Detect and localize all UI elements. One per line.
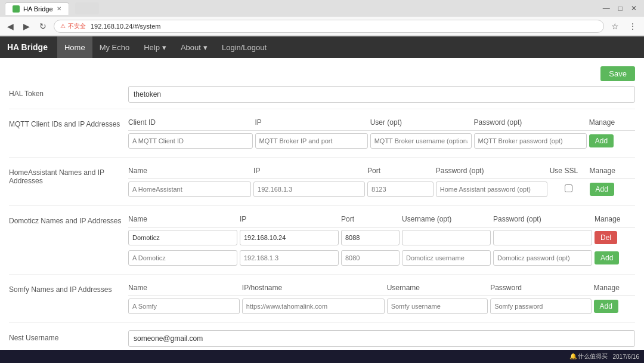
nav-home[interactable]: Home: [57, 36, 92, 58]
hal-token-content: [128, 86, 635, 103]
mqtt-col-user: User (opt): [370, 116, 474, 131]
dom-pass-value[interactable]: [493, 230, 592, 245]
mqtt-add-button[interactable]: Add: [589, 134, 614, 147]
nav-myecho[interactable]: My Echo: [92, 36, 137, 58]
bookmark-button[interactable]: ☆: [609, 20, 621, 32]
mqtt-label: MQTT Client IDs and IP Addresses: [9, 116, 128, 151]
dom-user-input[interactable]: [402, 250, 491, 266]
hal-token-label: HAL Token: [9, 86, 128, 103]
mqtt-pass-input[interactable]: [474, 133, 587, 149]
save-button[interactable]: Save: [600, 66, 635, 81]
browser-chrome: HA Bridge ✕ — □ ✕ ◀ ▶ ↻ ⚠ 不安全 192.168.10…: [0, 0, 644, 36]
dom-port-input[interactable]: [341, 250, 400, 266]
ha-port-input[interactable]: [367, 182, 434, 197]
somfy-add-button[interactable]: Add: [594, 300, 618, 313]
browser-titlebar: HA Bridge ✕ — □ ✕: [0, 0, 644, 17]
homeassistant-content: Name IP Port Password (opt) Use SSL Mana…: [128, 165, 635, 199]
tab-title: HA Bridge: [23, 5, 53, 13]
security-label: 不安全: [68, 22, 86, 30]
mqtt-col-pass: Password (opt): [474, 116, 589, 131]
ha-add-row: Add: [128, 179, 635, 200]
address-bar[interactable]: ⚠ 不安全 192.168.10.24/#/system: [54, 20, 604, 33]
domoticz-existing-row: Del: [128, 227, 635, 248]
ha-ip-input[interactable]: [253, 182, 365, 197]
nest-username-input[interactable]: [128, 330, 635, 347]
back-button[interactable]: ◀: [5, 20, 16, 32]
ha-name-input[interactable]: [128, 182, 251, 197]
nav-login[interactable]: Login/Logout: [215, 36, 274, 58]
mqtt-ip-input[interactable]: [255, 133, 368, 149]
tab-close-icon[interactable]: ✕: [57, 5, 61, 12]
domoticz-section: Domoticz Names and IP Addresses Name IP …: [9, 213, 635, 275]
dom-name-value[interactable]: [128, 230, 237, 245]
hal-token-section: HAL Token: [9, 86, 635, 109]
dom-port-value[interactable]: [341, 230, 400, 245]
ha-pass-input[interactable]: [436, 182, 547, 197]
mqtt-user-input[interactable]: [370, 133, 472, 149]
ha-col-pass: Password (opt): [436, 165, 550, 179]
somfy-add-row: Add: [128, 296, 635, 317]
refresh-button[interactable]: ↻: [37, 20, 49, 32]
dom-col-user: Username (opt): [402, 213, 493, 227]
taskbar: 🔔 什么值得买 2017/6/16: [0, 350, 644, 350]
domoticz-add-button[interactable]: Add: [595, 251, 619, 264]
domoticz-content: Name IP Port Username (opt) Password (op…: [128, 213, 635, 268]
ha-ssl-checkbox[interactable]: [565, 184, 572, 192]
dom-col-name: Name: [128, 213, 240, 227]
help-dropdown-icon: ▾: [162, 43, 166, 52]
somfy-col-name: Name: [128, 282, 242, 296]
dom-user-value[interactable]: [402, 230, 491, 245]
new-tab-area: [75, 2, 99, 14]
mqtt-clientid-input[interactable]: [128, 133, 253, 149]
ha-add-button[interactable]: Add: [590, 183, 614, 196]
mqtt-content: Client ID IP User (opt) Password (opt) M…: [128, 116, 635, 151]
dom-col-manage: Manage: [595, 213, 635, 227]
main-content: Save HAL Token MQTT Client IDs and IP Ad…: [0, 58, 644, 350]
navbar: HA Bridge Home My Echo Help ▾ About ▾ Lo…: [0, 36, 644, 58]
nav-about[interactable]: About ▾: [174, 36, 215, 58]
forward-button[interactable]: ▶: [21, 20, 32, 32]
minimize-button[interactable]: —: [600, 4, 612, 13]
somfy-ip-input[interactable]: [242, 299, 385, 314]
somfy-col-ip: IP/hostname: [242, 282, 387, 296]
settings-button[interactable]: ⋮: [626, 20, 639, 32]
mqtt-col-ip: IP: [255, 116, 370, 131]
dom-col-port: Port: [341, 213, 402, 227]
somfy-section: Somfy Names and IP Addresses Name IP/hos…: [9, 282, 635, 323]
ha-col-name: Name: [128, 165, 253, 179]
browser-tab[interactable]: HA Bridge ✕: [5, 2, 69, 15]
dom-ip-input[interactable]: [240, 250, 339, 266]
somfy-pass-input[interactable]: [490, 299, 591, 314]
domoticz-del-button[interactable]: Del: [595, 231, 617, 244]
mqtt-col-manage: Manage: [589, 116, 635, 131]
domoticz-add-row: Add: [128, 248, 635, 268]
somfy-table: Name IP/hostname Username Password Manag…: [128, 282, 635, 316]
ha-col-ssl: Use SSL: [550, 165, 590, 179]
dom-col-ip: IP: [240, 213, 341, 227]
nest-username-content: [128, 330, 635, 347]
nav-help[interactable]: Help ▾: [137, 36, 174, 58]
address-text: 192.168.10.24/#/system: [91, 23, 160, 30]
homeassistant-label: HomeAssistant Names and IP Addresses: [9, 165, 128, 199]
security-icon: ⚠: [60, 23, 66, 29]
somfy-col-user: Username: [387, 282, 490, 296]
somfy-content: Name IP/hostname Username Password Manag…: [128, 282, 635, 316]
navbar-brand: HA Bridge: [7, 42, 55, 52]
dom-pass-input[interactable]: [493, 250, 592, 266]
ha-table: Name IP Port Password (opt) Use SSL Mana…: [128, 165, 635, 199]
dom-ip-value[interactable]: [240, 230, 339, 245]
close-button[interactable]: ✕: [628, 4, 639, 13]
ha-col-port: Port: [367, 165, 436, 179]
somfy-user-input[interactable]: [387, 299, 488, 314]
somfy-col-manage: Manage: [594, 282, 635, 296]
hal-token-input[interactable]: [128, 86, 635, 103]
browser-controls: ◀ ▶ ↻ ⚠ 不安全 192.168.10.24/#/system ☆ ⋮: [0, 17, 644, 36]
dom-name-input[interactable]: [128, 250, 237, 266]
maximize-button[interactable]: □: [616, 4, 625, 13]
domoticz-label: Domoticz Names and IP Addresses: [9, 213, 128, 268]
somfy-name-input[interactable]: [128, 299, 240, 314]
mqtt-col-clientid: Client ID: [128, 116, 255, 131]
about-dropdown-icon: ▾: [203, 43, 208, 52]
nest-username-label: Nest Username: [9, 330, 128, 347]
tab-favicon: [13, 5, 20, 13]
